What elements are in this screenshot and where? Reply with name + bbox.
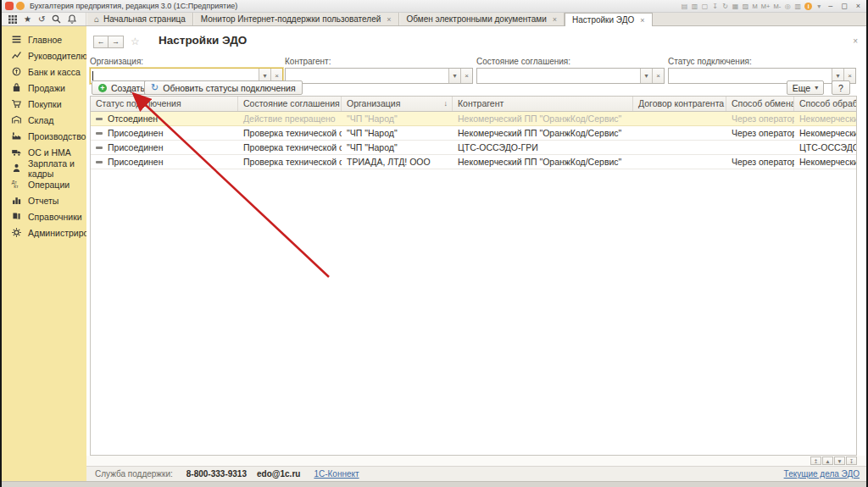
coin-icon bbox=[10, 66, 22, 78]
warehouse-icon bbox=[10, 114, 22, 126]
table-row[interactable]: Отсоединен Действие прекращено "ЧП "Наро… bbox=[91, 112, 856, 126]
support-email: edo@1c.ru bbox=[257, 469, 300, 479]
tab-edo-settings[interactable]: Настройки ЭДО × bbox=[565, 13, 652, 26]
history-tool-icon[interactable]: ↻ bbox=[722, 3, 729, 10]
form-close-icon[interactable]: × bbox=[853, 36, 858, 46]
memory-m-button[interactable]: M bbox=[753, 3, 758, 10]
column-header[interactable]: Организация ↓ bbox=[342, 97, 453, 111]
sidebar-item-administration[interactable]: Администрирование bbox=[2, 224, 86, 241]
info-icon[interactable]: i bbox=[804, 3, 812, 10]
plus-icon: + bbox=[98, 84, 107, 92]
layout-icon[interactable]: ▥ bbox=[794, 3, 801, 10]
tab-close-icon[interactable]: × bbox=[640, 16, 644, 25]
sidebar-item-payroll-hr[interactable]: Зарплата и кадры bbox=[2, 160, 86, 176]
section-sidebar: Главное Руководителю Банк и касса Продаж… bbox=[2, 26, 86, 481]
forward-button[interactable]: → bbox=[108, 36, 124, 48]
cell-status: Присоединен bbox=[108, 141, 164, 154]
sidebar-item-bank-cash[interactable]: Банк и касса bbox=[2, 64, 86, 80]
minimize-button[interactable]: – bbox=[826, 2, 835, 10]
help-button[interactable]: ? bbox=[832, 80, 850, 95]
shopping-bag-icon bbox=[10, 82, 22, 94]
table-row[interactable]: Присоединен Проверка технической совмест… bbox=[91, 126, 856, 141]
preview-icon[interactable]: ▢ bbox=[702, 3, 709, 10]
history-icon[interactable]: ↺ bbox=[38, 15, 45, 24]
calculator-icon[interactable]: ▨ bbox=[743, 3, 749, 10]
zoom-icon[interactable]: ◎ bbox=[784, 3, 791, 10]
tab-label: Обмен электронными документами bbox=[407, 14, 547, 24]
column-header[interactable]: Статус подключения bbox=[91, 97, 238, 111]
cell-contract bbox=[633, 112, 726, 125]
tab-close-icon[interactable]: × bbox=[387, 15, 391, 24]
tab-label: Настройки ЭДО bbox=[572, 15, 634, 25]
filter-label: Контрагент: bbox=[285, 57, 473, 66]
table-header-row: Статус подключения Состояние соглашения … bbox=[91, 97, 856, 112]
cell-agreement: Проверка технической совмест... bbox=[238, 155, 342, 169]
cell-status: Отсоединен bbox=[108, 112, 158, 125]
more-button[interactable]: Еще ▾ bbox=[787, 80, 824, 95]
memory-mminus-button[interactable]: M- bbox=[773, 3, 781, 10]
sidebar-item-label: Справочники bbox=[28, 212, 82, 222]
home-icon: ⌂ bbox=[94, 14, 99, 24]
sidebar-item-production[interactable]: Производство bbox=[2, 128, 86, 144]
current-edo-link[interactable]: Текущие дела ЭДО bbox=[784, 469, 860, 479]
go-up-button[interactable]: ▲ bbox=[822, 457, 833, 465]
title-bar: Бухгалтерия предприятия, редакция 3.0 (1… bbox=[2, 0, 866, 13]
main-menu-icon[interactable] bbox=[16, 2, 25, 10]
titlebar-dropdown-icon[interactable]: ▾ bbox=[815, 3, 822, 10]
sidebar-item-label: Отчеты bbox=[28, 196, 58, 206]
sidebar-item-references[interactable]: Справочники bbox=[2, 208, 86, 224]
trend-chart-icon bbox=[10, 50, 22, 62]
favorite-star-icon[interactable]: ☆ bbox=[131, 36, 140, 47]
sidebar-item-reports[interactable]: Отчеты bbox=[2, 192, 86, 208]
tab-edo-exchange[interactable]: Обмен электронными документами × bbox=[399, 13, 565, 25]
save-icon[interactable]: ▤ bbox=[682, 3, 688, 10]
restore-button[interactable]: ◻ bbox=[838, 2, 849, 10]
tab-home[interactable]: ⌂ Начальная страница bbox=[86, 13, 193, 25]
cell-status: Присоединен bbox=[108, 126, 164, 140]
cell-processing: ЦТС-ОССЭДО-ГРИ bbox=[794, 141, 856, 154]
support-phone: 8-800-333-9313 bbox=[186, 469, 247, 479]
sidebar-item-main[interactable]: Главное bbox=[2, 31, 86, 47]
sidebar-item-sales[interactable]: Продажи bbox=[2, 80, 86, 96]
row-state-icon bbox=[96, 132, 103, 135]
row-state-icon bbox=[96, 118, 103, 120]
close-button[interactable]: × bbox=[854, 2, 863, 10]
sidebar-item-manager[interactable]: Руководителю bbox=[2, 47, 86, 64]
cell-organization: "ЧП "Народ" bbox=[342, 141, 453, 154]
1c-connect-link[interactable]: 1С-Коннект bbox=[314, 469, 359, 479]
table-row[interactable]: Присоединен Проверка технической совмест… bbox=[91, 141, 856, 155]
go-bottom-button[interactable]: ↧ bbox=[846, 457, 857, 465]
export-icon[interactable]: ↧ bbox=[712, 3, 719, 10]
bar-chart-icon bbox=[10, 195, 22, 207]
memory-mplus-button[interactable]: M+ bbox=[761, 3, 771, 10]
sidebar-item-purchases[interactable]: Покупки bbox=[2, 96, 86, 112]
tab-close-icon[interactable]: × bbox=[553, 15, 557, 24]
go-down-button[interactable]: ▼ bbox=[834, 457, 845, 465]
print-icon[interactable]: ▥ bbox=[692, 3, 698, 10]
tab-label: Начальная страница bbox=[103, 14, 186, 24]
go-top-button[interactable]: ↥ bbox=[810, 457, 821, 465]
tab-support-monitor[interactable]: Монитор Интернет-поддержки пользователей… bbox=[193, 13, 399, 25]
filter-label: Статус подключения: bbox=[668, 57, 856, 66]
column-header[interactable]: Способ обмена bbox=[726, 97, 794, 111]
column-header[interactable]: Договор контрагента bbox=[633, 97, 726, 111]
sidebar-item-operations[interactable]: ДтКт Операции bbox=[2, 176, 86, 192]
favorites-icon[interactable]: ★ bbox=[24, 15, 31, 24]
column-header[interactable]: Контрагент bbox=[453, 97, 633, 111]
cell-agreement: Проверка технической совмест... bbox=[238, 126, 342, 140]
calendar-icon[interactable]: ▦ bbox=[732, 3, 739, 10]
column-header[interactable]: Способ обработки bbox=[794, 97, 856, 111]
table-row[interactable]: Присоединен Проверка технической совмест… bbox=[91, 155, 856, 169]
search-icon[interactable] bbox=[52, 14, 61, 24]
refresh-statuses-button[interactable]: ↻ Обновить статусы подключения bbox=[144, 80, 303, 95]
notifications-bell-icon[interactable] bbox=[68, 14, 76, 24]
back-button[interactable]: ← bbox=[93, 36, 108, 48]
sidebar-item-warehouse[interactable]: Склад bbox=[2, 112, 86, 128]
cell-processing: Некомерческий П... bbox=[794, 126, 856, 140]
cell-counterparty: Некомерческий ПП "ОранжКод/Сервис" bbox=[453, 126, 633, 140]
create-button[interactable]: + Создать bbox=[92, 80, 152, 95]
all-functions-icon[interactable] bbox=[8, 15, 17, 24]
cell-counterparty: ЦТС-ОССЭДО-ГРИ bbox=[453, 141, 633, 154]
column-header[interactable]: Состояние соглашения bbox=[238, 97, 342, 111]
window-title: Бухгалтерия предприятия, редакция 3.0 (1… bbox=[30, 2, 237, 10]
